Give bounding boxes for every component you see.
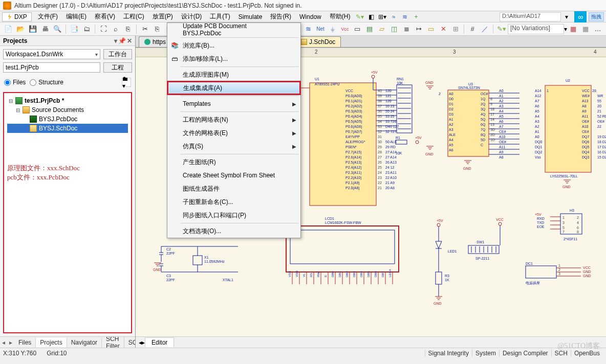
menu-add-remove-lib[interactable]: 🗃添加/移除库(L)... — [167, 52, 300, 65]
bus-tool-icon[interactable]: ≋ — [302, 24, 314, 35]
panel-close-icon[interactable]: ✕ — [127, 37, 132, 44]
files-radio[interactable]: Files — [4, 79, 26, 86]
menu-sync-ports[interactable]: 同步图纸入口和端口(P) — [167, 209, 300, 222]
menu-gen-drawing[interactable]: 产生图纸(R) — [167, 155, 300, 169]
tree-project-node[interactable]: ⊟ test1.PrjPcb * — [7, 96, 128, 105]
new-icon[interactable]: 📄 — [3, 24, 14, 35]
menu-tools[interactable]: 工具(T) — [206, 11, 234, 22]
tree-folder-node[interactable]: ⊟ Source Documents — [7, 105, 128, 115]
menu-edit[interactable]: 编辑(E) — [62, 11, 91, 22]
bus-icon[interactable]: ≋ — [400, 12, 409, 21]
cloud-icon[interactable]: ∞ — [574, 11, 587, 22]
tab-files[interactable]: Files — [14, 338, 36, 347]
menu-browse-lib[interactable]: 📚浏览库(B)... — [167, 39, 300, 52]
menu-gen-schlib[interactable]: 生成原理图库(M) — [167, 68, 300, 81]
project-tree[interactable]: ⊟ test1.PrjPcb * ⊟ Source Documents BYSJ… — [3, 92, 132, 333]
options-button[interactable]: 🖿▾ — [122, 78, 131, 87]
mask-icon[interactable]: ✎▾ — [496, 24, 507, 35]
menu-view[interactable]: 察看(V) — [91, 11, 119, 22]
zoomsel-icon[interactable]: ⎘ — [122, 24, 134, 35]
pin-icon[interactable]: ↦ — [413, 24, 424, 35]
docopen-icon[interactable]: 📑 — [69, 24, 80, 35]
copy-icon[interactable]: ⎘ — [152, 24, 163, 35]
harness-icon[interactable]: ◫ — [388, 24, 400, 35]
pin-label[interactable]: 拖拽 — [589, 12, 604, 21]
menu-sheet-generator[interactable]: 图纸生成器件 — [167, 182, 300, 195]
panel-pin-icon[interactable]: 📌 — [118, 37, 126, 44]
lightning-icon — [7, 14, 13, 20]
tab-schfilter[interactable]: SCH Filter — [102, 336, 124, 348]
print-icon[interactable]: 🖶 — [39, 24, 51, 35]
grid-icon[interactable]: ⊞ — [450, 24, 461, 35]
more-icon[interactable]: … — [592, 24, 603, 35]
dxp-menu[interactable]: DXP — [2, 12, 32, 21]
path-field[interactable]: D:\Altium\AD17 — [500, 12, 561, 21]
tree-pcb-node[interactable]: BYSJ.PcbDoc — [7, 115, 128, 124]
menu-doc-options[interactable]: 文档选项(O)... — [167, 224, 300, 238]
mode-icon[interactable]: ◧ — [366, 12, 376, 21]
menu-update-pcb[interactable]: Update PCB Document BYSJ.PcbDoc — [167, 23, 300, 36]
status-system[interactable]: System — [472, 350, 499, 357]
menu-create-sheet-symbol[interactable]: Create Sheet Symbol From Sheet — [167, 169, 300, 182]
variations-combo[interactable]: [No Variations] — [508, 24, 564, 34]
menu-help[interactable]: 帮助(H) — [326, 11, 355, 22]
projects-icon[interactable]: 🗂 — [81, 24, 92, 35]
status-signal-integrity[interactable]: Signal Integrity — [425, 350, 472, 357]
port-icon[interactable]: ▱ — [376, 24, 387, 35]
menu-rename-sub[interactable]: 子图重新命名(C)... — [167, 195, 300, 209]
noerc-icon[interactable]: ✕ — [438, 24, 449, 35]
menu-doc-netlist[interactable]: 文件的网格表(E)▶ — [167, 126, 300, 140]
directive-icon[interactable]: ≣ — [401, 24, 412, 35]
collapse-icon[interactable]: ⊟ — [8, 98, 13, 104]
menu-reports[interactable]: 报告(R) — [266, 11, 295, 22]
path-drop-icon[interactable]: ▾ — [562, 12, 571, 21]
menu-design[interactable]: 设计(D) — [177, 11, 206, 22]
editor-tab[interactable]: Editor — [145, 337, 174, 347]
variations-drop-icon[interactable]: ▾ — [564, 26, 567, 33]
workspace-button[interactable]: 工作台 — [103, 49, 132, 59]
project-combo[interactable]: test1.PrjPcb — [3, 62, 100, 73]
tab-sch[interactable]: SCH — [124, 338, 135, 347]
tab-prev-icon[interactable]: ◂ — [0, 338, 7, 347]
status-design-compiler[interactable]: Design Compiler — [499, 350, 551, 357]
menu-simulate-sub[interactable]: 仿真(S)▶ — [167, 140, 300, 153]
zoomarea-icon[interactable]: ⌕ — [110, 24, 121, 35]
preview-icon[interactable]: 🔍 — [52, 24, 63, 35]
menu-simulate[interactable]: Simulate — [234, 12, 267, 21]
wire-icon[interactable]: ≈ — [389, 12, 398, 21]
note-icon[interactable]: ▭ — [425, 24, 437, 35]
open-icon[interactable]: 📂 — [15, 24, 26, 35]
collapse-icon[interactable]: ⊟ — [15, 107, 20, 113]
gnd-icon[interactable]: ⏚ — [327, 24, 338, 35]
menu-window[interactable]: Window — [295, 12, 326, 21]
zoomfit-icon[interactable]: ⛶ — [98, 24, 109, 35]
menu-project[interactable]: 工程(C) — [119, 11, 148, 22]
filter-icon[interactable]: ✎▾ — [355, 12, 364, 21]
menu-gen-integrated-lib[interactable]: 生成集成库(A) — [167, 81, 300, 95]
var-icon-2[interactable]: ▦ — [580, 24, 591, 35]
probe-icon[interactable]: # — [467, 24, 478, 35]
tab-next-icon[interactable]: ▸ — [7, 338, 14, 347]
part-icon[interactable]: ▭ — [352, 24, 363, 35]
tab-projects[interactable]: Projects — [36, 338, 67, 347]
add-icon[interactable]: ＋ — [412, 12, 421, 21]
project-button[interactable]: 工程 — [103, 62, 132, 73]
component-icon[interactable]: ⊞▾ — [378, 12, 387, 21]
vcc-icon[interactable]: Vcc — [339, 24, 351, 35]
menu-file[interactable]: 文件(F) — [34, 11, 62, 22]
line-icon[interactable]: ／ — [479, 24, 490, 35]
tab-navigator[interactable]: Navigator — [67, 338, 102, 347]
workspace-combo[interactable]: Workspace1.DsnWrk ▾ — [3, 49, 100, 59]
sheet-icon[interactable]: ▤ — [364, 24, 375, 35]
tree-sch-node[interactable]: BYSJ.SchDoc — [7, 124, 128, 133]
structure-radio[interactable]: Structure — [30, 79, 63, 86]
schematic-tab[interactable]: J.SchDoc — [295, 36, 341, 47]
menu-place[interactable]: 放置(P) — [148, 11, 177, 22]
var-icon-1[interactable]: ▦ — [568, 24, 579, 35]
menu-templates[interactable]: Templates▶ — [167, 97, 300, 110]
save-icon[interactable]: 💾 — [27, 24, 38, 35]
cut-icon[interactable]: ✂ — [139, 24, 150, 35]
menu-project-netlist[interactable]: 工程的网络表(N)▶ — [167, 113, 300, 126]
net-tool-icon[interactable]: Net — [315, 24, 326, 35]
panel-dropdown-icon[interactable]: ▾ — [114, 37, 117, 44]
